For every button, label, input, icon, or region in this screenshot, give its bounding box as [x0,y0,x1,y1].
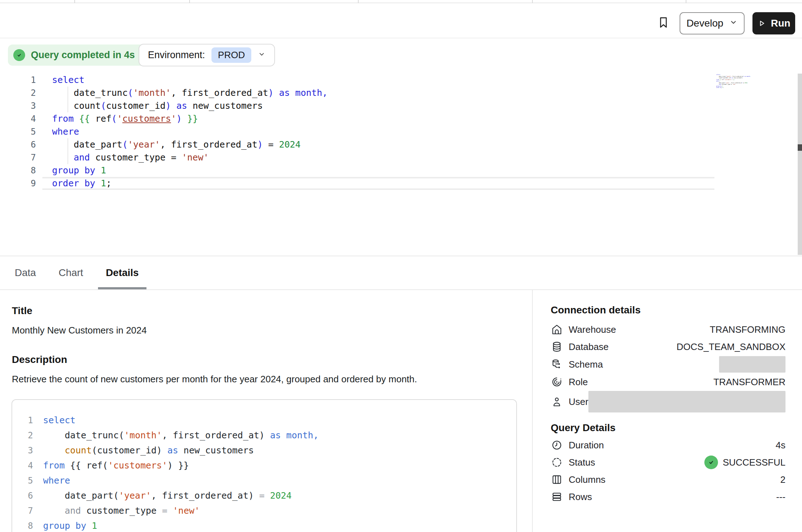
indent-guide [67,87,68,99]
result-tab[interactable]: Details [103,256,142,289]
detail-row-value: --- [776,491,785,503]
result-tab[interactable]: Chart [56,256,86,289]
detail-row: Status SUCCESSFUL [551,454,785,471]
chevron-down-icon [258,50,266,61]
line-number: 3 [12,443,33,458]
line-number: 6 [0,138,36,151]
description-value: Retrieve the count of new customers per … [12,374,531,385]
result-tab-label: Details [106,267,139,279]
supplied-sql-code-block: 1select2 date_trunc('month', first_order… [11,399,517,532]
code-line: 7 and customer_type = 'new' [0,151,802,164]
line-number: 7 [12,503,33,518]
connection-details-heading: Connection details [551,304,785,316]
result-tab-label: Chart [59,267,83,279]
success-check-icon [13,49,25,61]
detail-row: Duration 4s [551,437,785,454]
description-section-label: Description [12,354,531,365]
app-root: { "toolbar": { "develop_label": "Develop… [0,0,802,532]
window-tab-strip [0,0,802,3]
line-number: 2 [0,87,36,99]
details-panel: Title Monthly New Customers in 2024 Desc… [0,290,531,532]
detail-row-label: Duration [569,440,604,451]
warehouse-icon [551,323,563,336]
columns-icon [551,473,563,486]
bookmark-button[interactable] [655,13,672,33]
title-section-label: Title [12,305,531,317]
code-line: 9order by 1; [0,177,802,190]
redacted-value-box [588,391,785,412]
code-line: 3 count(customer_id) as new_customers [0,99,802,112]
rows-icon [551,491,563,503]
schema-icon [551,358,563,370]
sql-editor[interactable]: 1select2 date_trunc('month', first_order… [0,74,802,190]
indent-guide [67,138,68,151]
develop-mode-button[interactable]: Develop [680,12,745,34]
database-icon [551,341,563,353]
line-number: 1 [0,74,36,87]
environment-label: Environment: [148,50,205,61]
result-tab-label: Data [15,267,36,279]
detail-row-label: Schema [569,359,603,370]
code-line: 2 date_trunc('month', first_ordered_at) … [0,87,802,99]
line-number: 8 [12,518,33,532]
line-number: 1 [12,413,33,428]
code-line: 4from {{ ref('customers') }} [12,458,516,473]
result-tab[interactable]: Data [12,256,39,289]
code-line: 7 and customer_type = 'new' [12,503,516,518]
code-line: 4from {{ ref('customers') }} [0,112,802,125]
tab-divider [532,0,533,3]
title-value: Monthly New Customers in 2024 [12,325,531,336]
role-icon [551,376,563,388]
redacted-value-box [719,356,785,373]
editor-scrollbar-thumb[interactable] [798,144,802,151]
connection-details-panel: Connection details Warehouse TRANSFORMIN… [532,290,802,532]
query-details-rows: Duration 4s Status SUCCESSFUL Columns [551,437,785,505]
detail-row: Database DOCS_TEAM_SANDBOX [551,338,785,355]
detail-row-value: 4s [776,440,785,451]
code-line: 8group by 1 [0,164,802,177]
supplied-sql-code: 1select2 date_trunc('month', first_order… [12,413,516,532]
environment-select[interactable]: Environment: PROD [139,44,275,66]
code-line: 1select [0,74,802,87]
line-number: 3 [0,99,36,112]
editor-scrollbar[interactable] [798,74,802,255]
result-tabs: Data Chart Details [0,256,802,290]
environment-value-pill: PROD [211,47,251,63]
line-number: 6 [12,488,33,503]
detail-row: Schema [551,355,785,373]
detail-row: Columns 2 [551,471,785,488]
detail-row: Rows --- [551,488,785,505]
line-number: 8 [0,164,36,177]
line-number: 7 [0,151,36,164]
tab-divider [189,0,190,3]
detail-row-value: DOCS_TEAM_SANDBOX [677,341,785,353]
code-line: 2 date_trunc('month', first_ordered_at) … [12,428,516,443]
chevron-down-icon [729,18,738,29]
run-button[interactable]: Run [752,12,795,34]
line-number: 2 [12,428,33,443]
tab-divider [74,0,75,3]
code-line: 8group by 1 [12,518,516,532]
clock-icon [551,439,563,451]
code-line: 6 date_part('year', first_ordered_at) = … [0,138,802,151]
line-number: 4 [12,458,33,473]
detail-row: Role TRANSFORMER [551,373,785,391]
bookmark-icon [657,15,670,32]
editor-minimap[interactable]: select date_trunc('month', first_ordered… [716,74,759,93]
detail-row-label: Role [569,377,588,388]
detail-row-value: 2 [780,474,785,485]
query-status-badge: Query completed in 4s [8,45,145,66]
indent-guide [67,99,68,112]
toolbar: Develop Run [0,4,802,38]
status-circle-icon [551,456,563,468]
line-number: 5 [12,473,33,488]
query-status-text: Query completed in 4s [31,50,135,61]
detail-row: User [551,391,785,413]
play-icon [757,19,766,28]
code-line: order by 1; [716,87,759,89]
detail-row-label: Database [569,341,609,353]
code-line: 6 date_part('year', first_ordered_at) = … [12,488,516,503]
indent-guide [67,151,68,164]
code-line: 3 count(customer_id) as new_customers [12,443,516,458]
detail-row-label: Columns [569,474,606,485]
